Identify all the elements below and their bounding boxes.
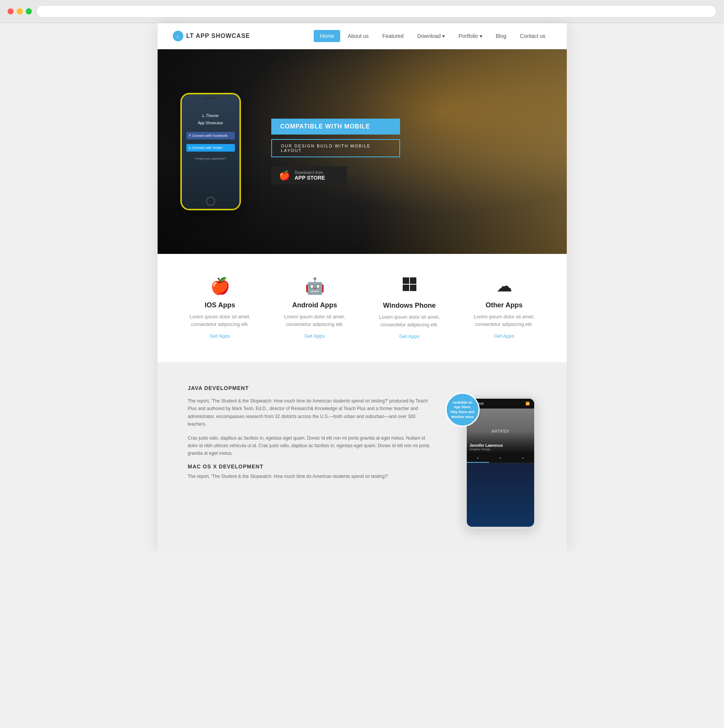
phone-tab-3[interactable]: ● [511,454,534,463]
category-windows: Windows Phone Lorem ipsum dolor sit amet… [372,277,447,340]
app-store-text: Download it from APP STORE [295,171,325,181]
phone-notch [203,97,218,99]
hero-section: L.Theme App Showcase f Connect with Face… [158,49,567,254]
nav-home[interactable]: Home [314,30,340,42]
brand-icon: ↓ [173,31,183,41]
hero-headline: COMPATIBLE WITH MOBILE [271,119,400,135]
svg-rect-3 [410,285,416,291]
phone-right-tabs: ● ● ● [467,454,534,463]
other-icon: ☁ [466,277,542,295]
windows-desc: Lorem ipsum dolor sit amet, consectetur … [372,313,447,328]
dev-text-3: The report, 'The Student & the Stopwatch… [188,473,430,480]
hero-content: L.Theme App Showcase f Connect with Face… [158,49,567,254]
dev-section: JAVA DEVELOPMENT The report, 'The Studen… [158,362,567,552]
apple-icon: 🍎 [279,170,290,181]
other-title: Other Apps [466,301,542,309]
svg-rect-1 [410,277,416,284]
other-desc: Lorem ipsum dolor sit amet, consectetur … [466,313,542,328]
windows-icon [372,277,447,296]
phone-forgot[interactable]: Forgot your password? [195,157,226,160]
ios-title: IOS Apps [182,301,258,309]
app-store-pre: Download it from [295,171,325,175]
app-store-main: APP STORE [295,175,325,181]
dev-title-2: MAC OS X DEVELOPMENT [188,463,430,470]
windows-title: Windows Phone [372,302,447,310]
nav-contact[interactable]: Contact us [514,30,552,42]
category-android: 🤖 Android Apps Lorem ipsum dolor sit ame… [277,277,353,340]
phone-fb-btn[interactable]: f Connect with Facebook [186,132,235,139]
browser-dots [8,8,32,14]
nav-blog[interactable]: Blog [490,30,513,42]
phone-tw-label: Connect with Twitter [192,146,223,150]
hero-subheadline: OUR DESIGN BUILD WITH MOBILE LAYOUT [271,139,400,157]
phone-fb-label: Connect with Facebook [192,134,228,138]
phone-tw-btn[interactable]: t Connect with Twitter [186,144,235,152]
categories-section: 🍎 IOS Apps Lorem ipsum dolor sit amet, c… [158,254,567,362]
android-icon: 🤖 [277,277,353,295]
nav-links: Home About us Featured Download ▾ Portfo… [314,30,551,42]
svg-rect-2 [403,285,409,291]
ios-link[interactable]: Get Apps [210,333,230,339]
dot-red[interactable] [8,8,14,14]
other-link[interactable]: Get Apps [494,333,514,339]
android-title: Android Apps [277,301,353,309]
svg-rect-0 [403,277,409,284]
dot-yellow[interactable] [17,8,23,14]
category-ios: 🍎 IOS Apps Lorem ipsum dolor sit amet, c… [182,277,258,340]
nav-portfolio[interactable]: Portfolio ▾ [452,30,488,42]
brand-name: LT APP SHOWCASE [186,33,250,39]
dev-content: JAVA DEVELOPMENT The report, 'The Studen… [188,385,430,480]
phone-tab-1[interactable]: ● [467,454,489,463]
phone-person-sub: Graphic Design [470,448,503,451]
phone-app-subtitle: App Showcase [198,121,223,125]
url-bar[interactable] [36,5,716,17]
android-desc: Lorem ipsum dolor sit amet, consectetur … [277,313,353,328]
available-badge: Available onApp Store,Play Store andWind… [446,393,480,427]
windows-link[interactable]: Get Apps [399,333,419,339]
browser-chrome [0,0,724,23]
dot-green[interactable] [26,8,32,14]
phone-home-btn [206,197,215,206]
ios-icon: 🍎 [182,277,258,295]
phone-tab-2[interactable]: ● [489,454,511,463]
nav-download[interactable]: Download ▾ [411,30,451,42]
phone-mockup: L.Theme App Showcase f Connect with Face… [180,93,241,210]
category-other: ☁ Other Apps Lorem ipsum dolor sit amet,… [466,277,542,340]
phone-app-title: L.Theme [202,113,219,118]
ios-desc: Lorem ipsum dolor sit amet, consectetur … [182,313,258,328]
nav-about[interactable]: About us [342,30,375,42]
hero-text: COMPATIBLE WITH MOBILE OUR DESIGN BUILD … [271,119,544,185]
app-store-button[interactable]: 🍎 Download it from APP STORE [271,166,347,185]
phone-screen: L.Theme App Showcase f Connect with Face… [182,94,239,209]
brand: ↓ LT APP SHOWCASE [173,31,250,41]
dev-text-1: The report, 'The Student & the Stopwatch… [188,397,430,428]
navbar: ↓ LT APP SHOWCASE Home About us Featured… [158,23,567,49]
phone-person-name: Jennifer Lawrence [470,443,503,448]
dev-text-2: Cras justo odio, dapibus ac facilisis in… [188,434,430,457]
android-link[interactable]: Get Apps [305,333,325,339]
dev-title-1: JAVA DEVELOPMENT [188,385,430,391]
phone-right: Available onApp Store,Play Store andWind… [453,385,536,529]
nav-featured[interactable]: Featured [376,30,410,42]
phone-right-img-overlay: Jennifer Lawrence Graphic Design [467,431,534,454]
